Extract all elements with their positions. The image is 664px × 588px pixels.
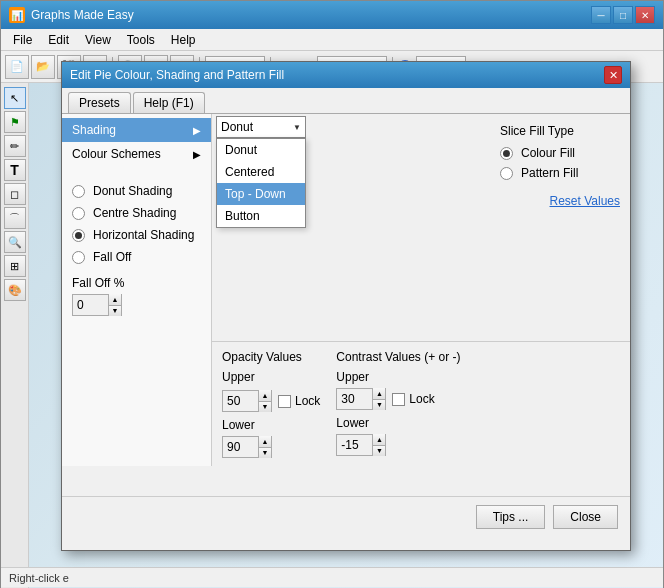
falloff-down-arrow[interactable]: ▼ xyxy=(108,306,121,317)
pattern-fill-option[interactable]: Pattern Fill xyxy=(500,166,620,180)
pen-tool[interactable]: ✏ xyxy=(4,135,26,157)
contrast-upper-up[interactable]: ▲ xyxy=(372,388,385,400)
opacity-upper-controls: ▲ ▼ Lock xyxy=(222,390,320,412)
contrast-upper-label: Upper xyxy=(336,370,460,384)
status-bar: Right-click e xyxy=(1,567,663,587)
menu-edit[interactable]: Edit xyxy=(40,31,77,49)
menu-shading[interactable]: Shading ▶ xyxy=(62,118,211,142)
opacity-upper-label: Upper xyxy=(222,370,257,384)
centre-shading-radio[interactable] xyxy=(72,207,85,220)
slice-fill-section: Slice Fill Type Colour Fill Pattern Fill xyxy=(500,124,620,180)
dropdown-button[interactable]: Button xyxy=(217,205,305,227)
opacity-upper-spinbox[interactable]: ▲ ▼ xyxy=(222,390,272,412)
arrow-tool[interactable]: ↖ xyxy=(4,87,26,109)
contrast-lock-text: Lock xyxy=(409,392,434,406)
opacity-lock-label: Lock xyxy=(278,394,320,408)
contrast-lower-down[interactable]: ▼ xyxy=(372,446,385,457)
shading-options-group: Donut Shading Centre Shading Horizontal … xyxy=(62,166,211,316)
contrast-lower-up[interactable]: ▲ xyxy=(372,434,385,446)
centre-shading-option[interactable]: Centre Shading xyxy=(62,202,211,224)
opacity-lower-label: Lower xyxy=(222,418,320,432)
menu-tools[interactable]: Tools xyxy=(119,31,163,49)
contrast-lock-checkbox[interactable] xyxy=(392,393,405,406)
falloff-pct-label: Fall Off % xyxy=(72,276,201,290)
menu-help[interactable]: Help xyxy=(163,31,204,49)
close-app-button[interactable]: ✕ xyxy=(635,6,655,24)
menu-view[interactable]: View xyxy=(77,31,119,49)
status-text: Right-click e xyxy=(9,572,69,584)
flag-tool[interactable]: ⚑ xyxy=(4,111,26,133)
shading-combo-box[interactable]: Donut ▼ xyxy=(216,116,306,138)
maximize-button[interactable]: □ xyxy=(613,6,633,24)
dropdown-donut[interactable]: Donut xyxy=(217,139,305,161)
contrast-lock-label: Lock xyxy=(392,392,434,406)
contrast-upper-spinbox[interactable]: ▲ ▼ xyxy=(336,388,386,410)
dialog-window: Edit Pie Colour, Shading and Pattern Fil… xyxy=(61,61,631,551)
minimize-button[interactable]: ─ xyxy=(591,6,611,24)
opacity-lower-input[interactable] xyxy=(223,437,258,457)
opacity-lock-text: Lock xyxy=(295,394,320,408)
opacity-upper-down[interactable]: ▼ xyxy=(258,402,271,413)
horizontal-shading-option[interactable]: Horizontal Shading xyxy=(62,224,211,246)
dropdown-centered[interactable]: Centered xyxy=(217,161,305,183)
menu-colour-schemes[interactable]: Colour Schemes ▶ xyxy=(62,142,211,166)
opacity-lock-checkbox[interactable] xyxy=(278,395,291,408)
contrast-lower-spinbox[interactable]: ▲ ▼ xyxy=(336,434,386,456)
lasso-tool[interactable]: ⌒ xyxy=(4,207,26,229)
horizontal-shading-radio[interactable] xyxy=(72,229,85,242)
colour-fill-radio[interactable] xyxy=(500,147,513,160)
opacity-upper-up[interactable]: ▲ xyxy=(258,390,271,402)
contrast-label: Contrast Values (+ or -) xyxy=(336,350,460,364)
falloff-up-arrow[interactable]: ▲ xyxy=(108,294,121,306)
zoom-tool[interactable]: 🔍 xyxy=(4,231,26,253)
dialog-footer: Tips ... Close xyxy=(62,496,630,536)
close-button[interactable]: Close xyxy=(553,505,618,529)
dropdown-topdown[interactable]: Top - Down xyxy=(217,183,305,205)
contrast-lower-input[interactable] xyxy=(337,435,372,455)
colour-schemes-arrow-icon: ▶ xyxy=(193,149,201,160)
dialog-content: Shading ▶ Colour Schemes ▶ Donut Shading xyxy=(62,114,630,466)
bottom-values-area: Opacity Values Upper ▲ ▼ xyxy=(212,341,630,466)
color-tool[interactable]: 🎨 xyxy=(4,279,26,301)
shading-dropdown-list: Donut Centered Top - Down Button xyxy=(216,138,306,228)
donut-shading-radio[interactable] xyxy=(72,185,85,198)
opacity-upper-input[interactable] xyxy=(223,391,258,411)
falloff-pct-section: Fall Off % ▲ ▼ xyxy=(62,268,211,316)
contrast-group: Contrast Values (+ or -) Upper ▲ ▼ xyxy=(336,350,460,458)
donut-shading-option[interactable]: Donut Shading xyxy=(62,180,211,202)
contrast-upper-input[interactable] xyxy=(337,389,372,409)
shading-arrow-icon: ▶ xyxy=(193,125,201,136)
title-controls: ─ □ ✕ xyxy=(591,6,655,24)
menu-file[interactable]: File xyxy=(5,31,40,49)
dialog-close-x-button[interactable]: ✕ xyxy=(604,66,622,84)
opacity-lower-down[interactable]: ▼ xyxy=(258,448,271,459)
dialog-tabs: Presets Help (F1) xyxy=(62,88,630,114)
falloff-radio[interactable] xyxy=(72,251,85,264)
pattern-fill-radio[interactable] xyxy=(500,167,513,180)
falloff-input[interactable] xyxy=(73,295,108,315)
opacity-lower-up[interactable]: ▲ xyxy=(258,436,271,448)
reset-values-link[interactable]: Reset Values xyxy=(550,194,620,208)
new-button[interactable]: 📄 xyxy=(5,55,29,79)
falloff-spinbox[interactable]: ▲ ▼ xyxy=(72,294,122,316)
dialog-body: Shading ▶ Colour Schemes ▶ Donut Shading xyxy=(62,114,630,536)
grid-tool[interactable]: ⊞ xyxy=(4,255,26,277)
shading-combo-area: Donut ▼ Donut Centered Top - Down Button xyxy=(216,116,306,138)
tools-sidebar: ↖ ⚑ ✏ T ◻ ⌒ 🔍 ⊞ 🎨 xyxy=(1,83,29,588)
contrast-upper-down[interactable]: ▼ xyxy=(372,400,385,411)
opacity-label: Opacity Values xyxy=(222,350,320,364)
opacity-group: Opacity Values Upper ▲ ▼ xyxy=(222,350,320,458)
falloff-option[interactable]: Fall Off xyxy=(62,246,211,268)
opacity-lower-spinbox[interactable]: ▲ ▼ xyxy=(222,436,272,458)
contrast-lower-label: Lower xyxy=(336,416,460,430)
tab-help[interactable]: Help (F1) xyxy=(133,92,205,113)
dialog-title: Edit Pie Colour, Shading and Pattern Fil… xyxy=(70,68,284,82)
colour-fill-option[interactable]: Colour Fill xyxy=(500,146,620,160)
tab-presets[interactable]: Presets xyxy=(68,92,131,113)
shape-tool[interactable]: ◻ xyxy=(4,183,26,205)
tips-button[interactable]: Tips ... xyxy=(476,505,546,529)
left-menu: Shading ▶ Colour Schemes ▶ Donut Shading xyxy=(62,114,212,466)
open-button[interactable]: 📂 xyxy=(31,55,55,79)
text-tool[interactable]: T xyxy=(4,159,26,181)
opacity-upper-row: Upper xyxy=(222,370,320,384)
